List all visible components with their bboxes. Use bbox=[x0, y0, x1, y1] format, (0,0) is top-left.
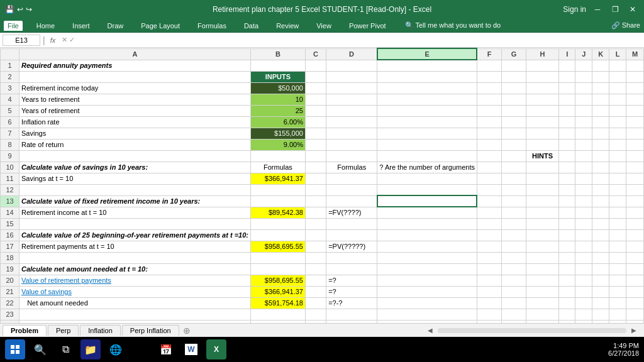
cell-K14[interactable] bbox=[592, 207, 609, 218]
cell-C7[interactable] bbox=[305, 128, 326, 139]
cell-H3[interactable] bbox=[526, 82, 559, 94]
cell-M11[interactable] bbox=[626, 173, 644, 184]
cell-A24[interactable]: Calculate annual savings needed for next… bbox=[19, 320, 251, 323]
cell-B5[interactable]: 25 bbox=[250, 105, 305, 116]
sheet-tab-perp-inflation[interactable]: Perp Inflation bbox=[122, 325, 179, 336]
cell-B6[interactable]: 6.00% bbox=[250, 116, 305, 128]
minimize-button[interactable]: ─ bbox=[591, 3, 604, 16]
cell-K10[interactable] bbox=[592, 162, 609, 173]
cell-B10[interactable]: Formulas bbox=[250, 162, 305, 173]
cell-M14[interactable] bbox=[626, 207, 644, 218]
cell-A12[interactable] bbox=[19, 184, 251, 195]
cell-G20[interactable] bbox=[501, 275, 526, 286]
cell-B12[interactable] bbox=[250, 184, 305, 195]
cell-D16[interactable] bbox=[326, 229, 377, 241]
cell-E20[interactable] bbox=[377, 275, 477, 286]
cell-A14[interactable]: Retirement income at t = 10 bbox=[19, 207, 251, 218]
cell-H21[interactable] bbox=[526, 286, 559, 297]
cell-B15[interactable] bbox=[250, 218, 305, 229]
cell-E24[interactable] bbox=[377, 320, 477, 323]
cell-A1[interactable]: Required annuity payments bbox=[19, 60, 251, 71]
cell-D1[interactable] bbox=[326, 60, 377, 71]
cell-E11[interactable] bbox=[377, 173, 477, 184]
cell-H15[interactable] bbox=[526, 218, 559, 229]
cell-C4[interactable] bbox=[305, 94, 326, 105]
cell-M12[interactable] bbox=[626, 184, 644, 195]
cell-E1[interactable] bbox=[377, 60, 477, 71]
cell-M18[interactable] bbox=[626, 252, 644, 263]
cell-M3[interactable] bbox=[626, 82, 644, 94]
cell-D17[interactable]: =PV(?????) bbox=[326, 241, 377, 252]
file-explorer-button[interactable]: 📁 bbox=[80, 339, 101, 348]
ribbon-tab-view[interactable]: View bbox=[313, 21, 335, 31]
col-header-C[interactable]: C bbox=[305, 48, 326, 60]
cell-G23[interactable] bbox=[501, 309, 526, 320]
ribbon-tab-page-layout[interactable]: Page Layout bbox=[137, 21, 184, 31]
cell-L8[interactable] bbox=[609, 139, 626, 150]
cell-M15[interactable] bbox=[626, 218, 644, 229]
search-button[interactable]: 🔍 bbox=[30, 339, 50, 348]
cell-L16[interactable] bbox=[609, 229, 626, 241]
cell-D4[interactable] bbox=[326, 94, 377, 105]
cell-J16[interactable] bbox=[575, 229, 592, 241]
cell-H11[interactable] bbox=[526, 173, 559, 184]
cell-I8[interactable] bbox=[558, 139, 575, 150]
cell-L17[interactable] bbox=[609, 241, 626, 252]
cell-G12[interactable] bbox=[501, 184, 526, 195]
col-header-M[interactable]: M bbox=[626, 48, 644, 60]
cell-G11[interactable] bbox=[501, 173, 526, 184]
cell-M22[interactable] bbox=[626, 297, 644, 309]
cell-E21[interactable] bbox=[377, 286, 477, 297]
cell-I24[interactable] bbox=[558, 320, 575, 323]
cell-G9[interactable] bbox=[501, 150, 526, 162]
cell-J1[interactable] bbox=[575, 60, 592, 71]
cell-K17[interactable] bbox=[592, 241, 609, 252]
cell-G2[interactable] bbox=[501, 71, 526, 82]
cell-G18[interactable] bbox=[501, 252, 526, 263]
cell-D14[interactable]: =FV(????) bbox=[326, 207, 377, 218]
cell-E10[interactable]: ? Are the number of arguments bbox=[377, 162, 477, 173]
cell-C12[interactable] bbox=[305, 184, 326, 195]
cell-M20[interactable] bbox=[626, 275, 644, 286]
cell-B2[interactable]: INPUTS bbox=[250, 71, 305, 82]
cell-G15[interactable] bbox=[501, 218, 526, 229]
name-box[interactable] bbox=[3, 35, 40, 46]
cell-H17[interactable] bbox=[526, 241, 559, 252]
cell-E17[interactable] bbox=[377, 241, 477, 252]
cell-C23[interactable] bbox=[305, 309, 326, 320]
cell-L19[interactable] bbox=[609, 263, 626, 275]
cell-D3[interactable] bbox=[326, 82, 377, 94]
cell-C1[interactable] bbox=[305, 60, 326, 71]
cell-K13[interactable] bbox=[592, 195, 609, 207]
cell-L9[interactable] bbox=[609, 150, 626, 162]
cell-A6[interactable]: Inflation rate bbox=[19, 116, 251, 128]
cell-L14[interactable] bbox=[609, 207, 626, 218]
cell-G24[interactable] bbox=[501, 320, 526, 323]
redo-icon[interactable]: ↪ bbox=[26, 5, 32, 14]
cell-E18[interactable] bbox=[377, 252, 477, 263]
cell-D24[interactable] bbox=[326, 320, 377, 323]
cell-M1[interactable] bbox=[626, 60, 644, 71]
cell-H20[interactable] bbox=[526, 275, 559, 286]
cell-I15[interactable] bbox=[558, 218, 575, 229]
cell-M19[interactable] bbox=[626, 263, 644, 275]
col-header-H[interactable]: H bbox=[526, 48, 559, 60]
cell-C20[interactable] bbox=[305, 275, 326, 286]
cell-D5[interactable] bbox=[326, 105, 377, 116]
word-button[interactable]: W bbox=[181, 339, 201, 348]
cell-H4[interactable] bbox=[526, 94, 559, 105]
cell-I6[interactable] bbox=[558, 116, 575, 128]
cell-L5[interactable] bbox=[609, 105, 626, 116]
cell-J4[interactable] bbox=[575, 94, 592, 105]
cell-C8[interactable] bbox=[305, 139, 326, 150]
cell-B24[interactable] bbox=[250, 320, 305, 323]
cell-B18[interactable] bbox=[250, 252, 305, 263]
cell-D6[interactable] bbox=[326, 116, 377, 128]
cell-G6[interactable] bbox=[501, 116, 526, 128]
cell-C5[interactable] bbox=[305, 105, 326, 116]
cell-I23[interactable] bbox=[558, 309, 575, 320]
cell-G13[interactable] bbox=[501, 195, 526, 207]
cell-B21[interactable]: $366,941.37 bbox=[250, 286, 305, 297]
cell-K23[interactable] bbox=[592, 309, 609, 320]
cell-A18[interactable] bbox=[19, 252, 251, 263]
